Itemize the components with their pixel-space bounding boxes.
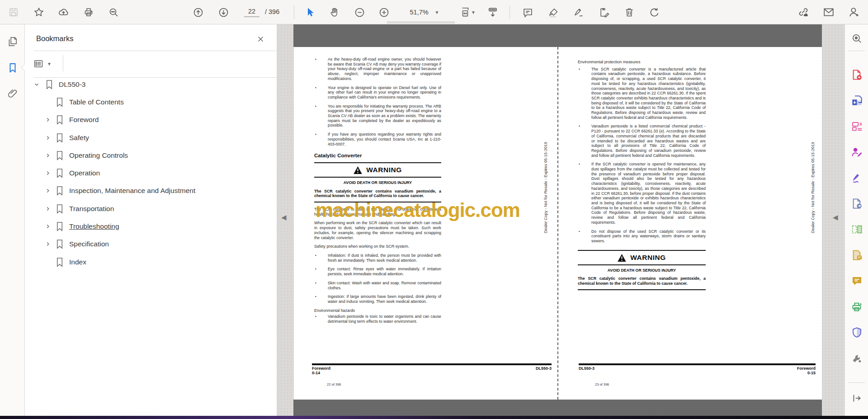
- print-production-button[interactable]: [850, 300, 863, 313]
- marquee-zoom-button[interactable]: [850, 32, 863, 45]
- chevron-down-icon: ▼: [47, 61, 52, 66]
- bookmark-label[interactable]: Transportation: [69, 205, 114, 213]
- sign-in-button[interactable]: [846, 4, 862, 20]
- bookmark-root-dl550-3[interactable]: DL550-3: [25, 75, 277, 93]
- previous-page-arrow[interactable]: ◀: [281, 213, 287, 221]
- select-tool-button[interactable]: [302, 4, 318, 20]
- bookmark-item-inspection[interactable]: Inspection, Maintenance and Adjustment: [25, 182, 277, 199]
- chevron-right-icon[interactable]: [44, 169, 52, 177]
- bookmark-options-button[interactable]: ▼: [33, 56, 57, 71]
- bookmark-label[interactable]: Specification: [69, 240, 109, 248]
- chevron-right-icon[interactable]: [44, 223, 52, 230]
- sign-button[interactable]: [571, 4, 587, 20]
- chevron-right-icon[interactable]: [44, 205, 52, 212]
- bookmark-item-troubleshooting[interactable]: Troubleshooting: [25, 217, 277, 235]
- star-button[interactable]: [31, 4, 47, 20]
- bookmark-label[interactable]: Operating Controls: [69, 151, 128, 160]
- edit-pdf-button[interactable]: [850, 119, 863, 133]
- save-button[interactable]: [5, 4, 22, 20]
- bullet-item: •Ingestion: If large amounts have been i…: [314, 294, 441, 304]
- highlight-button[interactable]: [545, 4, 561, 20]
- chevron-right-icon[interactable]: [44, 240, 52, 248]
- redo-button[interactable]: [646, 4, 662, 20]
- bookmark-item-operation[interactable]: Operation: [25, 164, 277, 182]
- previous-page-button[interactable]: [190, 4, 206, 20]
- request-signatures-button[interactable]: [850, 145, 863, 159]
- comments-button[interactable]: [850, 274, 863, 287]
- bookmark-label[interactable]: Table of Contents: [69, 98, 124, 106]
- bookmark-item-safety[interactable]: Safety: [25, 129, 277, 146]
- bookmark-label[interactable]: Inspection, Maintenance and Adjustment: [69, 187, 195, 195]
- bookmark-item-foreword[interactable]: Foreword: [25, 111, 277, 128]
- bookmark-label[interactable]: DL550-3: [59, 80, 85, 89]
- page-fit-button[interactable]: ▼: [456, 4, 479, 20]
- share-link-button[interactable]: [795, 4, 811, 20]
- zoom-in-button[interactable]: [376, 4, 392, 20]
- collapse-right-icon: [851, 392, 863, 404]
- bookmark-label[interactable]: Safety: [69, 134, 89, 142]
- expand-pane-button[interactable]: [850, 391, 863, 405]
- zoom-out-button[interactable]: [351, 4, 368, 20]
- zoom-level-select[interactable]: 51,7% ▼: [398, 4, 451, 20]
- chevron-down-icon[interactable]: [33, 81, 40, 88]
- bookmark-item-operating-controls[interactable]: Operating Controls: [25, 146, 277, 164]
- warning-title: WARNING: [578, 251, 706, 264]
- zoom-out-icon: [354, 7, 365, 18]
- select-tool-icon: [304, 7, 315, 18]
- comment-button[interactable]: [519, 4, 536, 20]
- page-number-input[interactable]: [244, 6, 259, 17]
- organize-pages-button[interactable]: [850, 222, 863, 236]
- dealer-copy-side-text: Dealer Copy - Not for Resale - Expires 0…: [811, 122, 815, 254]
- delete-button[interactable]: [621, 4, 637, 20]
- bookmark-item-transportation[interactable]: Transportation: [25, 200, 277, 217]
- bullet-item: •If the SCR catalytic converter is opene…: [578, 162, 706, 225]
- search-button[interactable]: [105, 4, 122, 20]
- create-pdf-button[interactable]: [850, 68, 863, 81]
- print-button[interactable]: [80, 4, 97, 20]
- bookmark-item-specification[interactable]: Specification: [25, 235, 277, 253]
- bookmark-item-index[interactable]: Index: [25, 253, 277, 271]
- chevron-right-icon[interactable]: [44, 152, 52, 159]
- chevron-right-icon[interactable]: [44, 116, 52, 123]
- bookmark-item-table-of-contents[interactable]: Table of Contents: [25, 93, 277, 111]
- taskbar-edge: [0, 416, 868, 419]
- subsection-heading: Environmental hazards: [314, 308, 441, 313]
- redact-button[interactable]: [850, 248, 863, 262]
- acrobat-window: / 396 51,7% ▼: [0, 0, 868, 419]
- attachments-pane-button[interactable]: [6, 87, 19, 100]
- edit-page-button[interactable]: [596, 4, 612, 20]
- scroll-mode-button[interactable]: [485, 4, 501, 20]
- footer-model: DL550-3: [579, 366, 594, 371]
- bookmark-label[interactable]: Index: [69, 258, 86, 266]
- share-cloud-button[interactable]: [55, 4, 71, 20]
- add-person-icon: [848, 6, 860, 18]
- request-signatures-icon: [851, 146, 863, 158]
- bookmark-label[interactable]: Troubleshooting: [69, 222, 119, 231]
- bookmarks-pane-button[interactable]: [6, 61, 19, 75]
- export-pdf-button[interactable]: [850, 197, 863, 210]
- bullet-marker: •: [314, 253, 321, 263]
- bullet-marker: •: [578, 162, 584, 225]
- bookmark-label[interactable]: Operation: [69, 169, 100, 177]
- share-link-icon: [797, 6, 809, 18]
- combine-files-button[interactable]: [850, 94, 863, 107]
- warning-subtitle: AVOID DEATH OR SERIOUS INJURY: [578, 265, 706, 275]
- more-tools-button[interactable]: [850, 351, 863, 365]
- chevron-right-icon[interactable]: [44, 134, 52, 141]
- right-page-footer: DL550-3 Foreword 0-15: [579, 363, 816, 375]
- bookmarks-panel: Bookmarks ▼ DL550-3: [25, 24, 277, 416]
- protect-button[interactable]: [850, 325, 863, 339]
- chevron-right-icon[interactable]: [44, 187, 52, 194]
- next-page-button[interactable]: [215, 4, 231, 20]
- document-margin-top: [293, 24, 822, 47]
- page-thumbnails-button[interactable]: [6, 35, 19, 48]
- bookmark-label[interactable]: Foreword: [69, 116, 99, 124]
- close-panel-button[interactable]: [255, 33, 266, 44]
- fill-sign-button[interactable]: [850, 171, 863, 184]
- bullet-item: •Inhalation: If dust is inhaled, the per…: [314, 253, 441, 263]
- email-button[interactable]: [821, 4, 837, 20]
- hand-tool-button[interactable]: [326, 4, 343, 20]
- comment-icon: [522, 7, 533, 18]
- bullet-item: •Vanadium pentoxide is toxic to water or…: [314, 314, 441, 324]
- expand-tools-arrow[interactable]: ◀: [833, 213, 838, 221]
